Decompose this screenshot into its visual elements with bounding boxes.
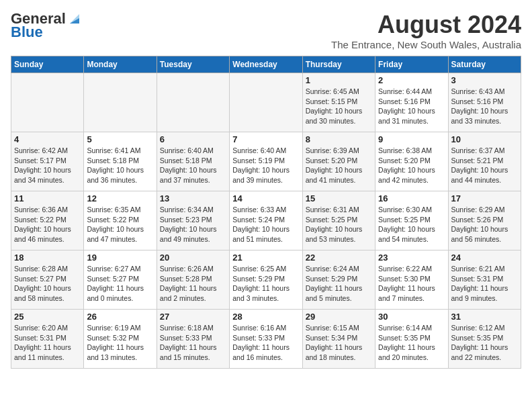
logo-icon — [67, 11, 82, 26]
calendar-cell: 6Sunrise: 6:40 AMSunset: 5:18 PMDaylight… — [157, 132, 229, 191]
day-number: 15 — [306, 193, 372, 203]
calendar-cell: 28Sunrise: 6:16 AMSunset: 5:33 PMDayligh… — [230, 310, 302, 369]
day-number: 10 — [451, 134, 518, 144]
calendar-cell: 5Sunrise: 6:41 AMSunset: 5:18 PMDaylight… — [84, 132, 157, 191]
day-number: 30 — [378, 312, 445, 322]
day-number: 5 — [87, 134, 153, 144]
day-number: 22 — [306, 253, 372, 263]
calendar-cell: 20Sunrise: 6:26 AMSunset: 5:28 PMDayligh… — [157, 250, 229, 310]
day-info: Sunrise: 6:35 AMSunset: 5:22 PMDaylight:… — [87, 205, 153, 244]
day-info: Sunrise: 6:22 AMSunset: 5:30 PMDaylight:… — [378, 264, 445, 304]
col-tuesday: Tuesday — [157, 56, 229, 73]
calendar-cell: 24Sunrise: 6:21 AMSunset: 5:31 PMDayligh… — [448, 250, 521, 310]
svg-marker-1 — [70, 14, 79, 24]
day-number: 3 — [451, 75, 518, 85]
day-number: 4 — [14, 134, 81, 144]
day-info: Sunrise: 6:38 AMSunset: 5:20 PMDaylight:… — [378, 146, 445, 185]
day-info: Sunrise: 6:31 AMSunset: 5:25 PMDaylight:… — [306, 205, 372, 244]
day-number: 2 — [378, 75, 445, 85]
day-number: 28 — [232, 312, 299, 322]
day-number: 13 — [160, 193, 226, 203]
logo: General Blue — [11, 11, 82, 40]
day-number: 24 — [451, 253, 518, 263]
calendar-cell: 7Sunrise: 6:40 AMSunset: 5:19 PMDaylight… — [230, 132, 302, 191]
calendar-cell: 10Sunrise: 6:37 AMSunset: 5:21 PMDayligh… — [448, 132, 521, 191]
day-number: 16 — [378, 193, 445, 203]
calendar-cell — [11, 73, 84, 132]
calendar-cell: 31Sunrise: 6:12 AMSunset: 5:35 PMDayligh… — [448, 310, 521, 369]
day-info: Sunrise: 6:20 AMSunset: 5:31 PMDaylight:… — [14, 323, 81, 363]
col-saturday: Saturday — [448, 56, 521, 73]
col-wednesday: Wednesday — [230, 56, 302, 73]
calendar-week-3: 18Sunrise: 6:28 AMSunset: 5:27 PMDayligh… — [11, 250, 521, 310]
calendar-cell: 11Sunrise: 6:36 AMSunset: 5:22 PMDayligh… — [11, 191, 84, 250]
day-number: 8 — [306, 134, 372, 144]
day-number: 19 — [87, 253, 153, 263]
calendar-week-0: 1Sunrise: 6:45 AMSunset: 5:15 PMDaylight… — [11, 73, 521, 132]
calendar-cell: 21Sunrise: 6:25 AMSunset: 5:29 PMDayligh… — [230, 250, 302, 310]
day-number: 21 — [232, 253, 299, 263]
day-number: 9 — [378, 134, 445, 144]
calendar-header-row: Sunday Monday Tuesday Wednesday Thursday… — [11, 56, 521, 73]
calendar-cell: 13Sunrise: 6:34 AMSunset: 5:23 PMDayligh… — [157, 191, 229, 250]
calendar-cell: 16Sunrise: 6:30 AMSunset: 5:25 PMDayligh… — [375, 191, 448, 250]
day-number: 31 — [451, 312, 518, 322]
day-number: 7 — [232, 134, 299, 144]
calendar-cell: 17Sunrise: 6:29 AMSunset: 5:26 PMDayligh… — [448, 191, 521, 250]
day-number: 23 — [378, 253, 445, 263]
calendar-cell: 15Sunrise: 6:31 AMSunset: 5:25 PMDayligh… — [302, 191, 375, 250]
calendar-cell: 25Sunrise: 6:20 AMSunset: 5:31 PMDayligh… — [11, 310, 84, 369]
day-info: Sunrise: 6:19 AMSunset: 5:32 PMDaylight:… — [87, 323, 153, 363]
day-number: 12 — [87, 193, 153, 203]
calendar-week-1: 4Sunrise: 6:42 AMSunset: 5:17 PMDaylight… — [11, 132, 521, 191]
calendar-cell: 2Sunrise: 6:44 AMSunset: 5:16 PMDaylight… — [375, 73, 448, 132]
calendar-week-2: 11Sunrise: 6:36 AMSunset: 5:22 PMDayligh… — [11, 191, 521, 250]
page-header: General Blue August 2024 The Entrance, N… — [11, 11, 521, 50]
day-number: 26 — [87, 312, 153, 322]
day-info: Sunrise: 6:44 AMSunset: 5:16 PMDaylight:… — [378, 87, 445, 126]
day-number: 29 — [306, 312, 372, 322]
day-number: 11 — [14, 193, 81, 203]
calendar-cell: 26Sunrise: 6:19 AMSunset: 5:32 PMDayligh… — [84, 310, 157, 369]
day-info: Sunrise: 6:37 AMSunset: 5:21 PMDaylight:… — [451, 146, 518, 185]
day-info: Sunrise: 6:28 AMSunset: 5:27 PMDaylight:… — [14, 264, 81, 304]
location-title: The Entrance, New South Wales, Australia — [331, 39, 521, 50]
calendar-cell: 3Sunrise: 6:43 AMSunset: 5:16 PMDaylight… — [448, 73, 521, 132]
calendar-cell: 22Sunrise: 6:24 AMSunset: 5:29 PMDayligh… — [302, 250, 375, 310]
day-number: 20 — [160, 253, 226, 263]
calendar-cell — [230, 73, 302, 132]
col-friday: Friday — [375, 56, 448, 73]
calendar-cell: 29Sunrise: 6:15 AMSunset: 5:34 PMDayligh… — [302, 310, 375, 369]
day-info: Sunrise: 6:27 AMSunset: 5:27 PMDaylight:… — [87, 264, 153, 304]
calendar-cell: 4Sunrise: 6:42 AMSunset: 5:17 PMDaylight… — [11, 132, 84, 191]
day-number: 17 — [451, 193, 518, 203]
day-info: Sunrise: 6:24 AMSunset: 5:29 PMDaylight:… — [306, 264, 372, 304]
day-info: Sunrise: 6:12 AMSunset: 5:35 PMDaylight:… — [451, 323, 518, 363]
calendar-cell: 27Sunrise: 6:18 AMSunset: 5:33 PMDayligh… — [157, 310, 229, 369]
day-info: Sunrise: 6:15 AMSunset: 5:34 PMDaylight:… — [306, 323, 372, 363]
day-info: Sunrise: 6:21 AMSunset: 5:31 PMDaylight:… — [451, 264, 518, 304]
calendar-cell: 12Sunrise: 6:35 AMSunset: 5:22 PMDayligh… — [84, 191, 157, 250]
day-info: Sunrise: 6:18 AMSunset: 5:33 PMDaylight:… — [160, 323, 226, 363]
logo-blue: Blue — [11, 24, 43, 40]
day-info: Sunrise: 6:43 AMSunset: 5:16 PMDaylight:… — [451, 87, 518, 126]
day-info: Sunrise: 6:45 AMSunset: 5:15 PMDaylight:… — [306, 87, 372, 126]
col-sunday: Sunday — [11, 56, 84, 73]
calendar-cell: 30Sunrise: 6:14 AMSunset: 5:35 PMDayligh… — [375, 310, 448, 369]
calendar-cell: 9Sunrise: 6:38 AMSunset: 5:20 PMDaylight… — [375, 132, 448, 191]
title-block: August 2024 The Entrance, New South Wale… — [331, 11, 521, 50]
day-info: Sunrise: 6:16 AMSunset: 5:33 PMDaylight:… — [232, 323, 299, 363]
day-number: 25 — [14, 312, 81, 322]
calendar-cell: 18Sunrise: 6:28 AMSunset: 5:27 PMDayligh… — [11, 250, 84, 310]
calendar-cell: 19Sunrise: 6:27 AMSunset: 5:27 PMDayligh… — [84, 250, 157, 310]
col-thursday: Thursday — [302, 56, 375, 73]
day-number: 1 — [306, 75, 372, 85]
day-info: Sunrise: 6:41 AMSunset: 5:18 PMDaylight:… — [87, 146, 153, 185]
day-number: 18 — [14, 253, 81, 263]
day-info: Sunrise: 6:14 AMSunset: 5:35 PMDaylight:… — [378, 323, 445, 363]
day-info: Sunrise: 6:36 AMSunset: 5:22 PMDaylight:… — [14, 205, 81, 244]
day-info: Sunrise: 6:40 AMSunset: 5:18 PMDaylight:… — [160, 146, 226, 185]
calendar-cell: 23Sunrise: 6:22 AMSunset: 5:30 PMDayligh… — [375, 250, 448, 310]
calendar-cell: 8Sunrise: 6:39 AMSunset: 5:20 PMDaylight… — [302, 132, 375, 191]
day-info: Sunrise: 6:30 AMSunset: 5:25 PMDaylight:… — [378, 205, 445, 244]
